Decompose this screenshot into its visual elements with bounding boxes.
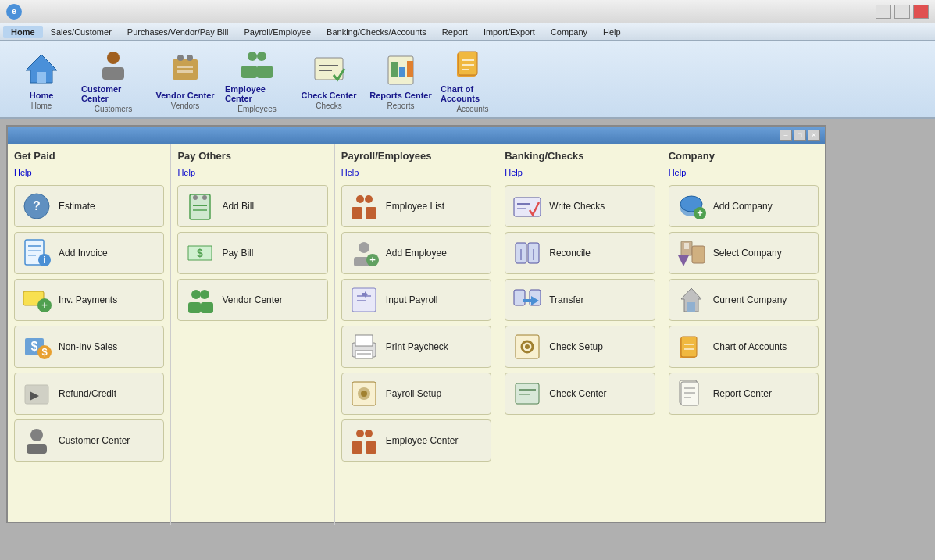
action-btn-select-company[interactable]: Select Company	[669, 232, 819, 274]
action-btn-add-bill[interactable]: Add Bill	[177, 185, 327, 227]
vendor-center-btn-label: Vendor Center	[222, 294, 282, 305]
col-header-banking-checks: Banking/Checks	[505, 150, 655, 162]
svg-rect-7	[177, 66, 193, 68]
action-btn-customer-center-btn[interactable]: Customer Center	[14, 419, 164, 462]
add-company-icon: +	[676, 191, 707, 222]
col-help-payroll-employees[interactable]: Help	[341, 168, 491, 177]
payroll-setup-icon	[348, 378, 380, 409]
svg-point-42	[30, 429, 43, 441]
svg-rect-101	[692, 246, 705, 263]
action-btn-input-payroll[interactable]: Input Payroll	[341, 279, 491, 321]
toolbar-label2-customer-center: Customers	[95, 105, 132, 113]
svg-point-5	[177, 55, 184, 61]
svg-rect-43	[27, 444, 47, 454]
action-btn-inv-payments[interactable]: +Inv. Payments	[14, 279, 164, 321]
add-company-label: Add Company	[713, 201, 773, 212]
menu-item-help[interactable]: Help	[595, 26, 629, 38]
menu-item-sales-customer[interactable]: Sales/Customer	[43, 26, 120, 38]
column-get-paid: Get PaidHelp?EstimateiAdd Invoice+Inv. P…	[8, 144, 171, 525]
toolbar-btn-customer-center[interactable]: Customer CenterCustomers	[78, 45, 148, 113]
maximize-button[interactable]	[894, 5, 910, 19]
action-btn-add-company[interactable]: +Add Company	[669, 185, 819, 227]
menu-item-payroll-employee[interactable]: Payroll/Employee	[236, 26, 319, 38]
inner-close[interactable]: ✕	[808, 130, 820, 141]
toolbar-label1-home: Home	[30, 91, 54, 100]
toolbar-btn-check-center[interactable]: Check CenterChecks	[294, 45, 364, 113]
close-button[interactable]	[913, 5, 929, 19]
svg-text:+: +	[41, 299, 48, 311]
menu-item-purchases-vendor-pay-bill[interactable]: Purchases/Vendor/Pay Bill	[120, 26, 237, 38]
refund-credit-icon	[21, 378, 52, 409]
menu-item-company[interactable]: Company	[543, 26, 595, 38]
inner-minimize[interactable]: –	[780, 130, 792, 141]
toolbar-btn-home[interactable]: HomeHome	[6, 45, 77, 113]
action-btn-reconcile[interactable]: Reconcile	[505, 232, 655, 274]
columns-container: Get PaidHelp?EstimateiAdd Invoice+Inv. P…	[8, 144, 825, 525]
action-btn-check-setup[interactable]: Check Setup	[505, 326, 655, 368]
write-checks-label: Write Checks	[549, 201, 605, 212]
menu-item-banking-checks-accounts[interactable]: Banking/Checks/Accounts	[319, 26, 434, 38]
toolbar-label1-check-center: Check Center	[302, 91, 357, 100]
toolbar-label2-vendor-center: Vendors	[171, 102, 200, 110]
menu-item-report[interactable]: Report	[434, 26, 476, 38]
transfer-label: Transfer	[549, 294, 583, 305]
action-btn-write-checks[interactable]: Write Checks	[505, 185, 655, 227]
estimate-icon: ?	[21, 191, 52, 222]
action-btn-add-employee[interactable]: +Add Employee	[341, 232, 491, 274]
add-invoice-icon: i	[21, 237, 52, 269]
svg-rect-103	[687, 302, 695, 312]
svg-rect-1	[37, 72, 46, 83]
action-btn-chart-of-accounts-btn[interactable]: Chart of Accounts	[669, 326, 819, 368]
svg-point-52	[200, 290, 209, 299]
add-bill-icon	[184, 191, 216, 222]
svg-point-73	[361, 391, 367, 397]
reconcile-label: Reconcile	[549, 248, 591, 259]
action-btn-refund-credit[interactable]: Refund/Credit	[14, 373, 164, 415]
pay-bill-icon: $	[184, 237, 216, 269]
toolbar-btn-vendor-center[interactable]: Vendor CenterVendors	[150, 45, 220, 113]
action-btn-current-company[interactable]: Current Company	[669, 279, 819, 321]
svg-rect-24	[462, 69, 469, 70]
col-help-company[interactable]: Help	[669, 168, 819, 177]
action-btn-add-invoice[interactable]: iAdd Invoice	[14, 232, 164, 274]
svg-rect-85	[514, 290, 525, 305]
toolbar-btn-employee-center[interactable]: Employee CenterEmployees	[222, 45, 292, 113]
input-payroll-label: Input Payroll	[386, 294, 438, 305]
add-invoice-label: Add Invoice	[59, 248, 108, 259]
action-btn-non-inv-sales[interactable]: $$Non-Inv Sales	[14, 326, 164, 368]
payroll-setup-label: Payroll Setup	[386, 388, 441, 399]
transfer-icon	[512, 284, 543, 316]
action-btn-employee-list[interactable]: Employee List	[341, 185, 491, 227]
svg-rect-69	[355, 351, 373, 358]
menu-item-home[interactable]: Home	[3, 26, 43, 38]
col-help-pay-others[interactable]: Help	[177, 168, 327, 177]
action-btn-employee-center-btn[interactable]: Employee Center	[341, 419, 491, 462]
non-inv-sales-label: Non-Inv Sales	[59, 341, 117, 352]
svg-rect-19	[407, 61, 413, 77]
col-help-banking-checks[interactable]: Help	[505, 168, 655, 177]
inner-restore[interactable]: □	[794, 130, 806, 141]
toolbar-btn-reports-center[interactable]: Reports CenterReports	[366, 45, 436, 113]
svg-marker-100	[678, 255, 689, 266]
action-btn-payroll-setup[interactable]: Payroll Setup	[341, 373, 491, 415]
action-btn-vendor-center-btn[interactable]: Vendor Center	[177, 279, 327, 321]
toolbar-label2-employee-center: Employees	[237, 105, 276, 113]
action-btn-transfer[interactable]: Transfer	[505, 279, 655, 321]
toolbar-label2-reports-center: Reports	[387, 102, 414, 110]
customer-center-btn-icon	[21, 425, 52, 456]
current-company-icon	[676, 284, 707, 316]
action-btn-print-paycheck[interactable]: Print Paycheck	[341, 326, 491, 368]
minimize-button[interactable]	[876, 5, 891, 19]
menu-item-import-export[interactable]: Import/Export	[476, 26, 543, 38]
employee-center-btn-icon	[348, 425, 380, 456]
toolbar-btn-chart-of-accounts[interactable]: Chart of AccountsAccounts	[437, 45, 508, 113]
action-btn-estimate[interactable]: ?Estimate	[14, 185, 164, 227]
action-btn-check-center-btn[interactable]: Check Center	[505, 373, 655, 415]
col-help-get-paid[interactable]: Help	[14, 168, 164, 177]
action-btn-pay-bill[interactable]: $Pay Bill	[177, 232, 327, 274]
svg-point-45	[193, 195, 198, 200]
action-btn-report-center[interactable]: Report Center	[669, 373, 819, 415]
check-center-icon	[309, 48, 349, 89]
reports-center-icon	[380, 48, 421, 89]
report-center-label: Report Center	[713, 388, 772, 399]
